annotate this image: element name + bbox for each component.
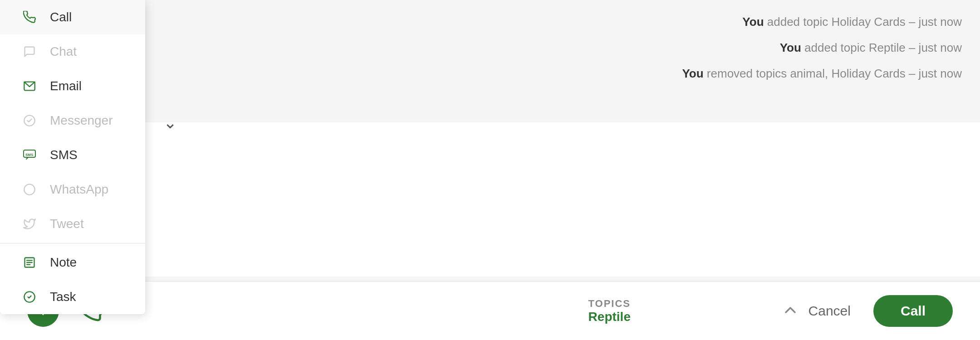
topics-section: TOPICS Reptile	[465, 298, 754, 324]
bottom-bar: + TOPICS Reptile Cancel Call	[0, 281, 980, 340]
content-white-area	[145, 122, 980, 277]
call-label: Call	[50, 10, 72, 24]
messenger-icon	[18, 114, 41, 127]
email-label: Email	[50, 79, 82, 93]
call-icon	[18, 11, 41, 24]
menu-divider	[0, 243, 145, 243]
activity-line-3: You removed topics animal, Holiday Cards…	[682, 61, 962, 87]
whatsapp-icon	[18, 183, 41, 196]
whatsapp-label: WhatsApp	[50, 182, 108, 197]
bottom-actions: Cancel Call	[799, 295, 953, 327]
chevron-up-icon[interactable]	[781, 301, 799, 321]
svg-point-4	[24, 184, 34, 194]
menu-item-whatsapp[interactable]: WhatsApp	[0, 172, 145, 207]
sms-icon: SMS	[18, 148, 41, 162]
menu-item-tweet[interactable]: Tweet	[0, 207, 145, 241]
topics-label: TOPICS	[588, 298, 631, 310]
tweet-label: Tweet	[50, 217, 84, 231]
cancel-button[interactable]: Cancel	[799, 299, 860, 323]
activity-line-2: You added topic Reptile – just now	[682, 35, 962, 61]
menu-item-messenger[interactable]: Messenger	[0, 103, 145, 138]
task-label: Task	[50, 290, 76, 304]
email-icon	[18, 80, 41, 92]
svg-text:SMS: SMS	[25, 153, 34, 157]
topics-value: Reptile	[588, 310, 631, 324]
call-button[interactable]: Call	[873, 295, 953, 327]
menu-item-sms[interactable]: SMS SMS	[0, 138, 145, 172]
menu-item-note[interactable]: Note	[0, 245, 145, 280]
note-label: Note	[50, 255, 77, 270]
menu-item-chat[interactable]: Chat	[0, 34, 145, 69]
activity-log: You added topic Holiday Cards – just now…	[664, 0, 980, 96]
menu-item-task[interactable]: Task	[0, 280, 145, 314]
menu-item-email[interactable]: Email	[0, 69, 145, 103]
menu-item-call[interactable]: Call	[0, 0, 145, 34]
chat-icon	[18, 45, 41, 58]
task-icon	[18, 291, 41, 303]
activity-line-1: You added topic Holiday Cards – just now	[682, 9, 962, 35]
twitter-icon	[18, 218, 41, 230]
note-icon	[18, 256, 41, 269]
sms-label: SMS	[50, 148, 78, 162]
chat-label: Chat	[50, 44, 77, 59]
chevron-down-icon[interactable]: ⌄	[163, 113, 177, 132]
action-dropdown-menu: Call Chat Email Messenger	[0, 0, 145, 314]
messenger-label: Messenger	[50, 113, 113, 128]
